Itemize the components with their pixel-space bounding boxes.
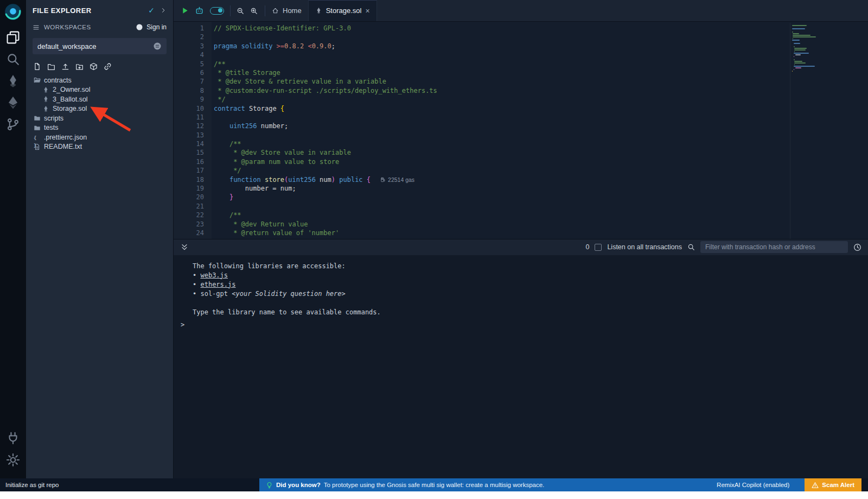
folder-icon: [34, 124, 41, 131]
git-init-button[interactable]: Initialize as git repo: [0, 478, 259, 491]
tree-item-scripts[interactable]: scripts: [26, 113, 173, 123]
check-icon[interactable]: ✓: [148, 6, 155, 15]
line-number: 10: [174, 104, 204, 113]
code-token: {: [367, 175, 371, 184]
zoom-out-icon[interactable]: [237, 7, 244, 15]
code-line-3[interactable]: pragma solidity >=0.8.2 <0.9.0;: [214, 42, 868, 50]
code-line-19[interactable]: number = num;: [214, 184, 868, 193]
tree-item-.prettierrc.json[interactable]: { }.prettierrc.json: [26, 132, 173, 142]
scam-alert-button[interactable]: Scam Alert: [805, 478, 861, 491]
code-token: }: [229, 193, 233, 201]
code-token: [214, 175, 229, 184]
upload-file-icon[interactable]: [61, 62, 69, 71]
gas-estimate-badge[interactable]: 22514 gas: [380, 176, 414, 183]
code-line-9[interactable]: */: [214, 95, 868, 104]
copilot-status[interactable]: RemixAI Copilot (enabled): [717, 482, 798, 488]
rail-deploy-run-icon[interactable]: [6, 96, 20, 110]
code-line-24[interactable]: * @return value of 'number': [214, 229, 868, 237]
listen-checkbox[interactable]: [595, 244, 602, 251]
copilot-icon[interactable]: [195, 6, 204, 15]
sign-in-button[interactable]: Sign in: [136, 23, 167, 31]
code-line-18[interactable]: function store(uint256 num) public {2251…: [214, 175, 868, 184]
code-line-20[interactable]: }: [214, 193, 868, 201]
line-number: 11: [174, 113, 204, 122]
code-line-23[interactable]: * @dev Return value: [214, 220, 868, 229]
terminal-link[interactable]: ethers.js: [200, 281, 235, 288]
code-token: /**: [214, 60, 226, 68]
code-line-7[interactable]: * @dev Store & retrieve value in a varia…: [214, 77, 868, 86]
terminal-link[interactable]: web3.js: [200, 271, 228, 279]
code-line-4[interactable]: [214, 50, 868, 59]
terminal-line: Type the library name to see available c…: [193, 308, 859, 317]
rail-file-explorer-icon[interactable]: [6, 30, 20, 45]
copilot-toggle[interactable]: [210, 7, 224, 15]
code-line-6[interactable]: * @title Storage: [214, 68, 868, 77]
rail-git-icon[interactable]: [6, 117, 20, 131]
filter-input[interactable]: [700, 241, 848, 253]
code-line-5[interactable]: /**: [214, 60, 868, 68]
code-line-25[interactable]: */: [214, 237, 868, 238]
hamburger-icon[interactable]: [33, 24, 40, 31]
upload-folder-icon[interactable]: [75, 62, 84, 71]
code-token: * @dev Return value: [229, 220, 308, 229]
new-file-icon[interactable]: [33, 62, 41, 71]
code-line-1[interactable]: // SPDX-License-Identifier: GPL-3.0: [214, 24, 868, 33]
code-line-11[interactable]: [214, 113, 868, 122]
tree-item-tests[interactable]: tests: [26, 123, 173, 133]
listen-label[interactable]: Listen on all transactions: [607, 243, 682, 251]
zoom-in-icon[interactable]: [250, 7, 258, 15]
tree-item-2_Owner.sol[interactable]: 2_Owner.sol: [26, 85, 173, 95]
line-number: 2: [174, 33, 204, 41]
run-script-button[interactable]: [181, 7, 189, 15]
tab-Home[interactable]: Home: [265, 0, 309, 21]
terminal-text: <your Solidity question here>: [232, 290, 346, 298]
home-icon: [272, 7, 279, 14]
code-line-15[interactable]: * @dev Store value in variable: [214, 148, 868, 157]
code-line-14[interactable]: /**: [214, 140, 868, 148]
terminal-text: • sol-gpt: [193, 290, 232, 298]
terminal-line: • ethers.js: [193, 280, 859, 289]
rail-settings-icon[interactable]: [6, 453, 20, 467]
terminal-text: The following libraries are accessible:: [193, 262, 346, 270]
chevron-right-icon[interactable]: [160, 7, 167, 14]
minimap-line: [794, 66, 815, 67]
tree-item-contracts[interactable]: contracts: [26, 75, 173, 85]
workspace-select[interactable]: default_workspace: [33, 38, 167, 54]
tab-Storage.sol[interactable]: Storage.sol×: [309, 0, 377, 21]
tree-item-3_Ballot.sol[interactable]: 3_Ballot.sol: [26, 94, 173, 104]
rail-plugin-manager-icon[interactable]: [6, 431, 20, 445]
workspaces-row: WORKSPACES Sign in: [26, 21, 173, 34]
minimap-line: [794, 56, 794, 57]
close-tab-icon[interactable]: ×: [365, 7, 369, 15]
code-token: * @param num value to store: [229, 157, 339, 166]
code-line-17[interactable]: */: [214, 166, 868, 175]
code-line-13[interactable]: [214, 131, 868, 140]
code-line-16[interactable]: * @param num value to store: [214, 157, 868, 166]
code-line-12[interactable]: uint256 number;: [214, 122, 868, 130]
tree-item-README.txt[interactable]: README.txt: [26, 142, 173, 152]
file-icon: [34, 143, 41, 150]
file-explorer-panel: FILE EXPLORER ✓ WORKSPACES Sign in defau…: [26, 0, 174, 478]
line-number: 1: [174, 24, 204, 33]
expand-terminal-icon[interactable]: [180, 243, 189, 251]
code-line-10[interactable]: contract Storage {: [214, 104, 868, 113]
workspace-menu-icon[interactable]: [153, 42, 162, 50]
line-number: 19: [174, 184, 204, 193]
rail-search-icon[interactable]: [6, 52, 20, 66]
publish-link-icon[interactable]: [104, 62, 112, 71]
terminal[interactable]: The following libraries are accessible:•…: [174, 255, 868, 479]
code-line-8[interactable]: * @custom:dev-run-script ./scripts/deplo…: [214, 86, 868, 95]
rail-solidity-compiler-icon[interactable]: [6, 74, 20, 88]
search-icon[interactable]: [687, 243, 695, 251]
code-editor[interactable]: 1234567891011121314151617181920212223242…: [174, 22, 868, 239]
tree-item-Storage.sol[interactable]: Storage.sol: [26, 104, 173, 114]
remix-logo-icon[interactable]: [4, 3, 22, 21]
new-folder-icon[interactable]: [47, 62, 55, 71]
minimap[interactable]: [790, 23, 826, 239]
publish-box-icon[interactable]: [90, 62, 98, 71]
tip-area: Did you know? To prototype using the Gno…: [259, 478, 805, 491]
code-line-22[interactable]: /**: [214, 211, 868, 219]
code-line-2[interactable]: [214, 33, 868, 41]
history-icon[interactable]: [853, 243, 861, 251]
code-line-21[interactable]: [214, 202, 868, 211]
